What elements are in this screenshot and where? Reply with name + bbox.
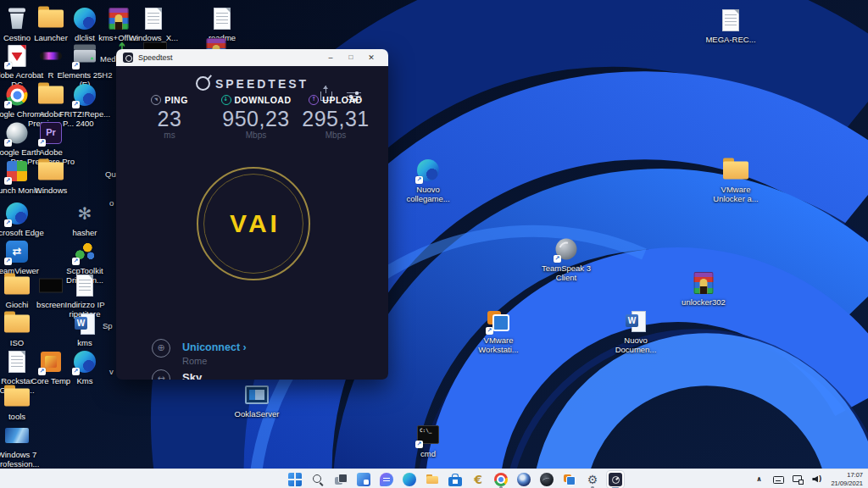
desktop-icon-label: OoklaServer [235,410,280,419]
desktop-icon-kms-word[interactable]: kms [56,310,114,348]
shortcut-arrow-icon [4,177,12,185]
upload-label: UPLOAD [322,95,362,105]
connection-icon: ↔ [152,369,170,380]
desktop-icon-ooklaserver[interactable]: OoklaServer [228,381,286,419]
network-icon[interactable] [792,474,804,485]
go-button[interactable]: VAI [197,167,310,280]
desktop-icon-cmd[interactable]: cmd [399,421,457,459]
taskbar: 17:07 21/09/2021 [0,469,868,488]
chevron-right-icon: › [243,341,247,353]
doc-icon [208,5,236,32]
shortcut-arrow-icon [486,327,493,335]
shortcut-arrow-icon [38,368,46,375]
upload-icon [309,95,319,105]
desktop-icon-label: Nuovo collegame... [399,186,457,204]
taskbar-speedtest-button[interactable] [607,471,624,488]
desktop-icon-windows-folder[interactable]: Windows [22,158,80,196]
desktop-icon-teamspeak3[interactable]: TeamSpeak 3 Client [537,236,595,283]
vmw-icon [484,308,513,335]
desktop-icon-iso[interactable]: ISO [0,310,46,348]
desktop-icon-windows7-professional[interactable]: Windows 7 Profession... [0,422,46,469]
shortcut-arrow-icon [72,368,80,375]
desktop-icon-label: tools [8,413,25,422]
taskbar-edge-button[interactable] [401,471,418,488]
desktop-icon-label: kms [77,339,92,348]
ts3-icon [552,236,581,263]
gauge-icon [196,76,210,91]
desktop-icon-label: Windows 7 Profession... [0,451,46,469]
go-button-label: VAI [198,169,309,279]
system-tray: 17:07 21/09/2021 [753,469,863,488]
server-name: Uniconnect [182,341,240,353]
taskbar-settings-button[interactable] [584,471,601,488]
taskbar-start-button[interactable] [287,471,303,488]
desktop-icon-label: TeamSpeak 3 Client [537,264,595,283]
desktop: Speedtest – □ ✕ SPEEDTEST PING 23 ms DOW… [0,0,868,488]
desktop-icon-teamviewer[interactable]: TeamViewer [0,238,46,276]
shortcut-arrow-icon [72,62,80,69]
desktop-icon-label: VMware Unlocker a... [707,186,765,204]
desktop-icon-nuovo-documento[interactable]: Nuovo Documen... [607,308,665,355]
taskbar-file-explorer-button[interactable] [424,471,441,488]
chat-icon [380,473,393,486]
shortcut-arrow-icon [554,255,561,263]
taskbar-kmspico-button[interactable] [470,471,487,488]
snow-icon [70,200,99,227]
window-titlebar[interactable]: Speedtest – □ ✕ [116,49,388,66]
taskbar-task-view-button[interactable] [332,471,349,488]
edge-icon [70,81,99,108]
cmd-icon [414,421,442,448]
taskbar-clock[interactable]: 17:07 21/09/2021 [831,471,863,488]
file-explorer-icon [426,473,439,486]
ping-stat: PING 23 ms [123,95,216,140]
desktop-icon-hasher[interactable]: hasher [56,200,114,238]
ping-unit: ms [123,130,216,140]
taskbar-chat-button[interactable] [378,471,395,488]
tv-icon [3,238,31,265]
pr-icon [36,119,65,147]
speedtest-window: Speedtest – □ ✕ SPEEDTEST PING 23 ms DOW… [116,49,388,380]
desktop-icon-microsoft-edge[interactable]: Microsoft Edge [0,200,46,238]
widgets-icon [357,473,370,486]
desktop-icon-tools[interactable]: tools [0,384,46,422]
edge-icon [3,200,31,227]
taskbar-sphere-app-button[interactable] [538,471,555,488]
ping-value: 23 [123,108,216,130]
desktop-icon-label: VMware Workstati... [470,336,527,355]
taskbar-store-button[interactable] [447,471,464,488]
shortcut-arrow-icon [4,258,12,265]
download-label: DOWNLOAD [235,95,292,105]
isp-row[interactable]: ↔ Sky [152,369,202,380]
desktop-icon-label: Microsoft Edge [0,229,44,238]
desktop-icon-kms-edge[interactable]: Kms [56,348,114,386]
desktop-icon-vmware-workstation[interactable]: VMware Workstati... [470,308,527,355]
scp-icon [70,238,99,265]
upload-stat: UPLOAD 295,31 Mbps [289,95,382,140]
shortcut-arrow-icon [415,441,423,448]
desktop-icon-nuovo-collegamento[interactable]: Nuovo collegame... [399,157,457,204]
desktop-icon-vmware-unlocker[interactable]: VMware Unlocker a... [707,157,765,204]
maximize-button[interactable]: □ [341,49,361,66]
desktop-icon-unlocker302[interactable]: unlocker302 [675,269,732,308]
desktop-icon-label: MEGA-REC... [705,36,755,45]
folder-icon [721,157,750,184]
taskbar-search-button[interactable] [309,471,326,488]
shortcut-arrow-icon [72,101,80,108]
server-selector[interactable]: ⊕ Uniconnect › Rome [152,339,247,366]
tray-chevron-up-icon[interactable] [753,474,765,485]
volume-icon[interactable] [811,474,823,485]
touch-keyboard-icon[interactable] [772,474,784,485]
ping-icon [151,95,161,105]
edge-icon [403,473,416,486]
search-icon [311,473,325,486]
shortcut-arrow-icon [4,101,12,108]
desktop-icon-label: hasher [72,229,97,238]
taskbar-widgets-button[interactable] [355,471,372,488]
taskbar-ring-app-button[interactable] [515,471,532,488]
taskbar-chrome-button[interactable] [492,471,509,488]
folder-icon [36,158,65,185]
minimize-button[interactable]: – [320,49,341,66]
taskbar-vmware-button[interactable] [561,471,578,488]
desktop-icon-mega-rec[interactable]: MEGA-REC... [702,7,760,45]
close-button[interactable]: ✕ [361,49,381,66]
